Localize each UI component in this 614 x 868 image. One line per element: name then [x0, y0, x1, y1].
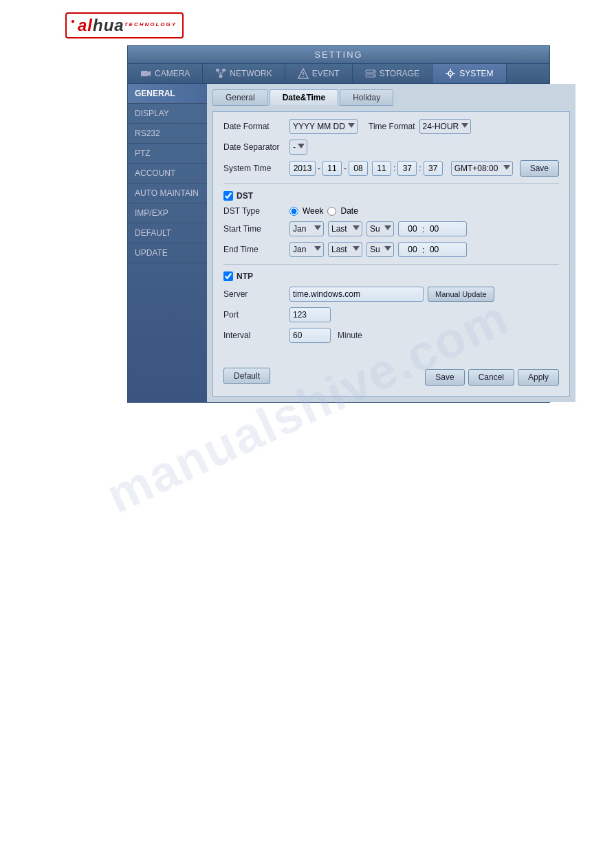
system-time-save-btn[interactable]: Save	[520, 160, 559, 177]
interval-input[interactable]	[289, 328, 331, 343]
content-area: GENERAL DISPLAY RS232 PTZ ACCOUNT AUTO M…	[128, 84, 549, 402]
time-format-select[interactable]: 24-HOUR 12-HOUR	[419, 119, 471, 134]
main-panel: General Date&Time Holiday Date Format YY…	[207, 84, 575, 402]
end-time-mm[interactable]	[426, 245, 443, 254]
system-time-sec[interactable]	[424, 161, 443, 176]
divider-1	[223, 183, 559, 184]
date-format-label: Date Format	[223, 122, 285, 131]
svg-point-10	[303, 76, 304, 78]
sidebar-item-update[interactable]: UPDATE	[128, 243, 207, 263]
start-time-mm[interactable]	[426, 224, 443, 234]
nav-tab-camera[interactable]: CAMERA	[128, 64, 203, 83]
sidebar-item-account[interactable]: ACCOUNT	[128, 164, 207, 183]
nav-tabs: CAMERA NETWORK EVENT STORAGE SYSTEM	[128, 64, 549, 84]
interval-row: Interval Minute	[223, 328, 559, 343]
start-time-label: Start Time	[223, 224, 285, 234]
ntp-checkbox[interactable]	[223, 271, 233, 281]
sidebar-item-imp-exp[interactable]: IMP/EXP	[128, 203, 207, 223]
storage-icon	[365, 68, 376, 79]
port-row: Port	[223, 307, 559, 322]
dst-type-week-radio[interactable]	[289, 207, 298, 216]
start-time-day-select[interactable]: SuMoTuWeThFrSa	[366, 221, 394, 236]
nav-tab-system[interactable]: SYSTEM	[432, 64, 506, 83]
system-time-group: - - : :	[289, 161, 443, 176]
server-input[interactable]	[289, 287, 424, 302]
nav-tab-event[interactable]: EVENT	[285, 64, 353, 83]
svg-rect-4	[219, 75, 223, 78]
divider-2	[223, 264, 559, 265]
dst-type-week-label[interactable]: Week	[303, 206, 323, 216]
system-time-min[interactable]	[397, 161, 417, 176]
sidebar-item-ptz[interactable]: PTZ	[128, 144, 207, 164]
start-time-week-select[interactable]: Last1st2nd3rd4th	[328, 221, 362, 236]
system-time-year[interactable]	[289, 161, 316, 176]
end-time-hh[interactable]	[404, 245, 421, 254]
nav-tab-storage[interactable]: STORAGE	[353, 64, 432, 83]
manual-update-btn[interactable]: Manual Update	[428, 287, 494, 302]
svg-point-13	[373, 71, 375, 72]
system-time-day[interactable]	[349, 161, 368, 176]
date-separator-label: Date Separator	[223, 142, 285, 152]
date-format-select[interactable]: YYYY MM DD MM DD YYYY DD MM YYYY	[289, 119, 358, 134]
port-label: Port	[223, 310, 285, 320]
nav-tab-event-label: EVENT	[312, 69, 340, 78]
interval-unit: Minute	[338, 331, 362, 340]
gmt-select[interactable]: GMT+08:00 GMT+00:00 GMT-05:00	[451, 161, 513, 176]
logo: alhua TECHNOLOGY	[65, 12, 184, 38]
nav-tab-network-label: NETWORK	[230, 69, 272, 78]
sidebar-item-default[interactable]: DEFAULT	[128, 223, 207, 243]
svg-rect-2	[216, 69, 219, 71]
system-time-hour[interactable]	[372, 161, 391, 176]
cancel-btn[interactable]: Cancel	[468, 369, 514, 386]
ntp-label[interactable]: NTP	[237, 271, 253, 281]
end-time-day-select[interactable]: SuMoTuWeThFrSa	[366, 242, 394, 257]
interval-label: Interval	[223, 331, 285, 340]
dst-label[interactable]: DST	[237, 191, 253, 201]
svg-point-16	[450, 73, 451, 74]
default-btn-area: Default	[223, 368, 270, 384]
start-time-hh[interactable]	[404, 224, 421, 234]
svg-rect-0	[141, 71, 148, 76]
end-time-week-select[interactable]: Last1st2nd3rd4th	[328, 242, 362, 257]
sub-tab-general[interactable]: General	[212, 89, 268, 106]
nav-tab-system-label: SYSTEM	[459, 69, 493, 78]
form-area: Date Format YYYY MM DD MM DD YYYY DD MM …	[212, 111, 570, 397]
setting-bar: SETTING	[128, 46, 549, 64]
default-btn[interactable]: Default	[223, 368, 270, 384]
system-time-month[interactable]	[322, 161, 342, 176]
start-time-month-select[interactable]: JanFebMarApr MayJunJulAug SepOctNovDec	[289, 221, 324, 236]
time-format-label: Time Format	[369, 122, 415, 131]
system-time-label: System Time	[223, 164, 285, 173]
sub-tabs: General Date&Time Holiday	[212, 89, 570, 106]
dst-type-date-radio[interactable]	[327, 207, 336, 216]
setting-title: SETTING	[314, 49, 362, 60]
sidebar-item-imp-exp-label: IMP/EXP	[135, 208, 168, 218]
svg-rect-3	[222, 69, 226, 71]
sidebar-item-general[interactable]: GENERAL	[128, 84, 207, 104]
sidebar-item-default-label: DEFAULT	[135, 228, 171, 238]
end-time-row: End Time JanFebMarApr MayJunJulAug SepOc…	[223, 242, 559, 257]
event-icon	[298, 68, 309, 79]
save-btn[interactable]: Save	[425, 369, 464, 386]
sidebar-item-general-label: GENERAL	[135, 89, 175, 98]
sidebar-item-display[interactable]: DISPLAY	[128, 104, 207, 124]
sub-tab-holiday-label: Holiday	[353, 93, 380, 102]
apply-btn[interactable]: Apply	[518, 369, 559, 386]
end-time-label: End Time	[223, 245, 285, 254]
end-time-month-select[interactable]: JanFebMarApr MayJunJulAug SepOctNovDec	[289, 242, 324, 257]
sidebar-item-account-label: ACCOUNT	[135, 168, 175, 178]
network-icon	[215, 68, 226, 79]
sub-tab-datetime[interactable]: Date&Time	[270, 89, 338, 106]
nav-tab-network[interactable]: NETWORK	[203, 64, 285, 83]
sub-tab-holiday[interactable]: Holiday	[340, 89, 393, 106]
sidebar-item-auto-maintain[interactable]: AUTO MAINTAIN	[128, 183, 207, 203]
sidebar-item-rs232[interactable]: RS232	[128, 124, 207, 144]
dst-type-date-label[interactable]: Date	[340, 206, 358, 216]
svg-marker-1	[148, 71, 151, 76]
dst-type-label: DST Type	[223, 206, 285, 216]
sidebar-item-display-label: DISPLAY	[135, 109, 169, 118]
dst-checkbox[interactable]	[223, 191, 233, 201]
date-separator-select[interactable]: - / .	[289, 140, 307, 155]
port-input[interactable]	[289, 307, 331, 322]
system-icon	[445, 68, 456, 79]
